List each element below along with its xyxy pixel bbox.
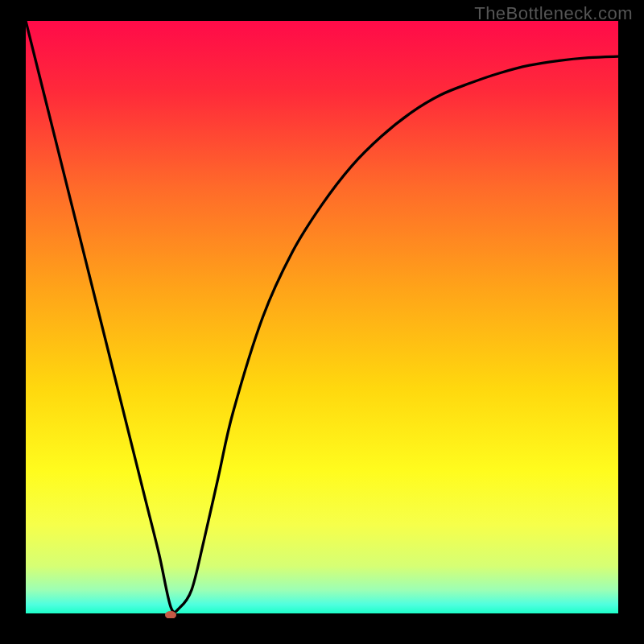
optimal-point-marker: [165, 611, 176, 618]
plot-area: [26, 21, 618, 618]
bottleneck-curve: [26, 21, 618, 613]
chart-frame: TheBottleneck.com: [0, 0, 644, 644]
